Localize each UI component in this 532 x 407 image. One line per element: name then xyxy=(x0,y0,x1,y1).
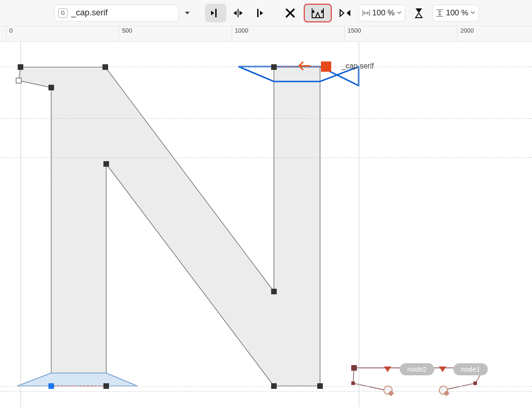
mirror-button[interactable] xyxy=(334,4,356,22)
path-node[interactable] xyxy=(317,383,323,389)
horizontal-guide xyxy=(0,391,532,392)
svg-rect-3 xyxy=(312,8,313,18)
close-button[interactable] xyxy=(280,4,301,22)
svg-rect-8 xyxy=(437,16,443,17)
horizontal-ruler[interactable]: 0500100015002000 xyxy=(0,26,532,42)
svg-rect-4 xyxy=(323,8,324,18)
alignment-tools xyxy=(205,4,271,22)
path-node[interactable] xyxy=(103,383,109,389)
component-name-label: _cap.serif xyxy=(341,62,374,70)
glyph-outline xyxy=(0,42,532,407)
svg-rect-7 xyxy=(437,9,443,10)
glyph-selector[interactable]: G _cap.serif xyxy=(54,5,179,21)
horizontal-guide xyxy=(0,386,532,387)
svg-rect-1 xyxy=(238,9,239,17)
vertical-guide xyxy=(20,42,21,407)
glyph-name-field[interactable]: _cap.serif xyxy=(71,8,175,18)
anchor-triangle-icon xyxy=(384,366,391,372)
fit-width-button[interactable] xyxy=(304,4,332,22)
path-node[interactable] xyxy=(16,78,21,83)
ruler-tick: 2000 xyxy=(457,26,474,41)
toolbar: G _cap.serif xyxy=(0,0,532,26)
path-node[interactable] xyxy=(321,61,331,72)
path-node[interactable] xyxy=(48,383,54,389)
path-node[interactable] xyxy=(271,289,277,294)
svg-rect-0 xyxy=(215,9,217,17)
vertical-scale-field[interactable]: 100 % xyxy=(432,5,479,21)
path-node[interactable] xyxy=(102,64,108,70)
vertical-scale-value: 100 % xyxy=(446,8,468,18)
path-node[interactable] xyxy=(271,64,277,70)
horizontal-guide xyxy=(0,157,532,158)
path-node[interactable] xyxy=(473,381,477,385)
path-node[interactable] xyxy=(48,85,54,90)
path-node[interactable] xyxy=(351,381,355,385)
svg-rect-5 xyxy=(362,10,363,16)
align-right-button[interactable] xyxy=(250,4,271,22)
anchor-triangle-icon xyxy=(439,366,446,372)
ruler-tick: 1000 xyxy=(232,26,248,41)
path-node[interactable] xyxy=(271,383,277,389)
horizontal-arrows-icon xyxy=(362,9,370,17)
svg-rect-2 xyxy=(257,9,259,17)
glyph-selector-caret[interactable] xyxy=(182,5,193,21)
hourglass-icon[interactable] xyxy=(408,4,430,22)
horizontal-guide xyxy=(0,67,532,67)
ruler-tick: 0 xyxy=(6,26,13,41)
horizontal-scale-value: 100 % xyxy=(372,8,395,18)
vertical-arrows-icon xyxy=(436,9,444,17)
anchor-name-badge[interactable]: node2 xyxy=(400,363,434,375)
component-marker-icon[interactable] xyxy=(383,386,393,395)
chevron-down-icon xyxy=(396,8,402,18)
ruler-tick: 500 xyxy=(119,26,132,41)
align-center-button[interactable] xyxy=(227,4,249,22)
anchor-name-badge[interactable]: node1 xyxy=(453,363,488,375)
vertical-guide xyxy=(359,42,359,407)
path-node[interactable] xyxy=(18,64,23,70)
svg-rect-6 xyxy=(369,10,370,16)
glyph-canvas[interactable]: _cap.serif node2node1 xyxy=(0,42,532,407)
path-node[interactable] xyxy=(351,365,357,371)
horizontal-guide xyxy=(0,118,532,119)
component-marker-icon[interactable] xyxy=(439,386,448,395)
path-node[interactable] xyxy=(103,161,109,167)
glyph-type-icon: G xyxy=(58,8,68,18)
chevron-down-icon xyxy=(470,8,476,18)
align-left-button[interactable] xyxy=(205,4,226,22)
horizontal-scale-field[interactable]: 100 % xyxy=(359,5,405,21)
ruler-tick: 1500 xyxy=(344,26,361,41)
